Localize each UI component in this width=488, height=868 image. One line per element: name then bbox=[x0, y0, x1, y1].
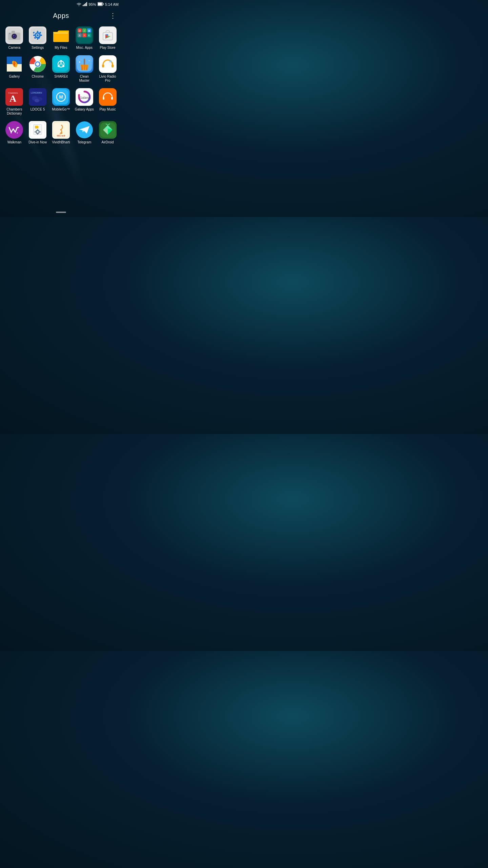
page-title: Apps bbox=[53, 12, 69, 20]
svg-rect-70 bbox=[102, 64, 104, 67]
svg-rect-6 bbox=[103, 3, 103, 5]
app-divein[interactable]: Dive-in Now bbox=[27, 121, 48, 144]
app-chambers[interactable]: Chambers A Chambers Dictionary bbox=[3, 88, 25, 116]
svg-text:A: A bbox=[9, 93, 17, 104]
svg-rect-29 bbox=[54, 33, 68, 34]
app-telegram[interactable]: Telegram bbox=[74, 121, 95, 144]
app-ldoce[interactable]: LONGMAN LDOCE 5 bbox=[27, 88, 48, 116]
svg-rect-0 bbox=[83, 5, 84, 6]
svg-rect-60 bbox=[84, 59, 85, 65]
app-camera[interactable]: Camera bbox=[3, 26, 25, 50]
app-airdroid[interactable]: AirDroid bbox=[97, 121, 119, 144]
ldoce-label: LDOCE 5 bbox=[30, 107, 45, 112]
chambers-icon: Chambers A bbox=[5, 88, 23, 106]
svg-text:8: 8 bbox=[79, 34, 80, 37]
battery-percent: 95% bbox=[89, 2, 96, 6]
chrome-label: Chrome bbox=[32, 75, 44, 79]
svg-text:@: @ bbox=[78, 29, 81, 32]
svg-rect-89 bbox=[111, 97, 113, 100]
svg-point-72 bbox=[109, 60, 111, 63]
misc-icon: @ ♪ ▦ 8 F E bbox=[76, 26, 93, 44]
svg-point-54 bbox=[60, 60, 62, 62]
cleanmaster-icon bbox=[76, 55, 93, 73]
apps-grid: Camera bbox=[0, 23, 122, 144]
vividh-label: VividhBharti bbox=[52, 140, 70, 144]
svg-point-68 bbox=[81, 60, 81, 60]
walkman-label: Walkman bbox=[7, 140, 21, 144]
svg-text:E: E bbox=[88, 34, 90, 37]
galaxy-icon: Galaxy bbox=[76, 88, 93, 106]
chrome-icon bbox=[29, 55, 46, 73]
app-chrome[interactable]: Chrome bbox=[27, 55, 48, 83]
svg-rect-71 bbox=[111, 64, 114, 67]
svg-point-73 bbox=[111, 63, 113, 64]
status-bar: 95% 5:14 AM bbox=[0, 0, 122, 8]
svg-rect-3 bbox=[86, 2, 87, 6]
app-settings[interactable]: Settings bbox=[27, 26, 48, 50]
app-walkman[interactable]: Walkman bbox=[3, 121, 25, 144]
app-playmusic[interactable]: Play Music bbox=[97, 88, 119, 116]
svg-rect-23 bbox=[33, 35, 35, 36]
airdroid-label: AirDroid bbox=[102, 140, 114, 144]
telegram-label: Telegram bbox=[77, 140, 91, 144]
svg-point-14 bbox=[13, 35, 14, 36]
svg-rect-100 bbox=[40, 132, 41, 133]
svg-text:▦: ▦ bbox=[88, 29, 90, 32]
gallery-label: Gallery bbox=[9, 75, 20, 79]
svg-rect-5 bbox=[98, 3, 102, 5]
svg-rect-98 bbox=[37, 129, 38, 130]
app-playstore[interactable]: Play Store bbox=[97, 26, 119, 50]
svg-rect-20 bbox=[37, 31, 38, 33]
svg-point-92 bbox=[17, 132, 18, 134]
playstore-label: Play Store bbox=[100, 46, 116, 50]
playmusic-icon bbox=[99, 88, 117, 106]
galaxy-label: Galaxy Apps bbox=[75, 107, 94, 112]
svg-text:♪: ♪ bbox=[84, 29, 85, 32]
app-bar: Apps ⋮ bbox=[0, 8, 122, 23]
chambers-label: Chambers Dictionary bbox=[3, 107, 25, 116]
overflow-menu-button[interactable]: ⋮ bbox=[109, 12, 117, 19]
camera-icon bbox=[5, 26, 23, 44]
vividh-icon: विविध भारती bbox=[52, 121, 70, 139]
svg-text:विविध भारती: विविध भारती bbox=[57, 135, 65, 137]
app-cleanmaster[interactable]: Clean Master bbox=[74, 55, 95, 83]
app-misc[interactable]: @ ♪ ▦ 8 F E Misc. Apps bbox=[74, 26, 95, 50]
svg-text:Galaxy: Galaxy bbox=[80, 96, 89, 99]
svg-rect-95 bbox=[35, 126, 38, 129]
svg-rect-2 bbox=[85, 3, 86, 6]
svg-rect-1 bbox=[84, 4, 85, 6]
shareit-icon bbox=[52, 55, 70, 73]
myfiles-icon bbox=[52, 26, 70, 44]
svg-point-15 bbox=[9, 33, 11, 34]
svg-point-19 bbox=[37, 34, 39, 36]
app-vividh[interactable]: विविध भारती VividhBharti bbox=[50, 121, 72, 144]
app-mobilego[interactable]: M MobileGo™ bbox=[50, 88, 72, 116]
svg-text:F: F bbox=[84, 34, 85, 37]
playmusic-label: Play Music bbox=[99, 107, 116, 112]
signal-icon bbox=[83, 1, 87, 7]
gallery-icon bbox=[5, 55, 23, 73]
status-time: 5:14 AM bbox=[105, 2, 119, 6]
svg-rect-21 bbox=[37, 38, 38, 40]
apps-row-3: Chambers A Chambers Dictionary LONGMAN L… bbox=[3, 88, 119, 116]
app-shareit[interactable]: SHAREit bbox=[50, 55, 72, 83]
myfiles-label: My Files bbox=[55, 46, 67, 50]
home-indicator[interactable] bbox=[56, 212, 66, 213]
camera-label: Camera bbox=[8, 46, 21, 50]
wifi-icon bbox=[77, 1, 81, 7]
svg-text:LONGMAN: LONGMAN bbox=[31, 92, 42, 94]
mobilego-label: MobileGo™ bbox=[52, 107, 70, 112]
svg-rect-9 bbox=[12, 31, 15, 33]
status-icons: 95% 5:14 AM bbox=[77, 1, 119, 7]
svg-rect-88 bbox=[103, 97, 104, 100]
svg-rect-99 bbox=[37, 134, 38, 135]
app-livio[interactable]: Livio Radio Pro bbox=[97, 55, 119, 83]
app-galaxy[interactable]: Galaxy Galaxy Apps bbox=[74, 88, 95, 116]
app-gallery[interactable]: Gallery bbox=[3, 55, 25, 83]
livio-label: Livio Radio Pro bbox=[97, 75, 119, 83]
svg-text:M: M bbox=[59, 94, 63, 100]
app-myfiles[interactable]: My Files bbox=[50, 26, 72, 50]
playstore-icon bbox=[99, 26, 117, 44]
svg-point-50 bbox=[36, 62, 39, 66]
svg-rect-87 bbox=[100, 90, 115, 104]
